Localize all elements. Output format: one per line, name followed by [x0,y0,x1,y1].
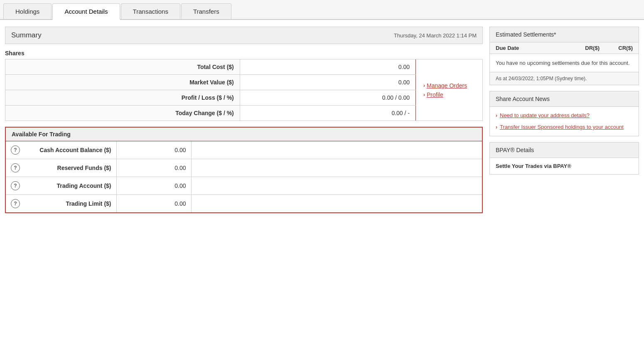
left-panel: Summary Thursday, 24 March 2022 1:14 PM … [5,27,483,213]
question-icon[interactable]: ? [11,163,20,172]
trading-row-label-3: Trading Limit ($) [25,195,116,213]
chevron-right-icon: › [423,92,425,98]
col-cr: CR($) [600,45,633,51]
trading-table: ? Cash Account Balance ($) 0.00 ? Reserv… [6,141,482,212]
question-icon[interactable]: ? [11,145,20,155]
shares-row-label-2: Profit / Loss ($ / %) [5,90,240,106]
table-row: Today Change ($ / %) 0.00 / - [5,106,416,121]
right-panel: Estimated Settlements* Due Date DR($) CR… [489,27,639,213]
trading-row-label-1: Reserved Funds ($) [25,159,116,177]
shares-table: Total Cost ($) 0.00 Market Value ($) 0.0… [5,59,416,121]
summary-date: Thursday, 24 March 2022 1:14 PM [394,32,477,39]
main-content: Summary Thursday, 24 March 2022 1:14 PM … [0,20,644,220]
help-icon-3[interactable]: ? [6,195,25,213]
trading-row-label-0: Cash Account Balance ($) [25,141,116,159]
table-row: Profit / Loss ($ / %) 0.00 / 0.00 [5,90,416,106]
col-dr: DR($) [566,45,600,51]
table-row: Total Cost ($) 0.00 [5,59,416,75]
tab-bar: Holdings Account Details Transactions Tr… [0,0,644,20]
summary-title: Summary [11,31,42,39]
settlements-columns: Due Date DR($) CR($) [490,42,639,54]
shares-row-value-1: 0.00 [240,75,415,90]
manage-orders-label: Manage Orders [427,82,467,89]
trading-row-extra-3 [191,195,482,213]
profile-link[interactable]: › Profile [423,91,475,98]
trading-row-value-3: 0.00 [116,195,191,213]
chevron-right-icon: › [496,113,497,118]
shares-row-label-1: Market Value ($) [5,75,240,90]
table-row: ? Trading Limit ($) 0.00 [6,195,482,213]
manage-orders-link[interactable]: › Manage Orders [423,82,475,89]
news-item-0: › Need to update your address details? [496,112,633,119]
shares-row-value-2: 0.00 / 0.00 [240,90,415,106]
summary-header: Summary Thursday, 24 March 2022 1:14 PM [5,27,483,44]
shares-row-label-0: Total Cost ($) [5,59,240,75]
news-link-0[interactable]: Need to update your address details? [500,112,590,119]
chevron-right-icon: › [496,124,497,130]
settlements-header: Estimated Settlements* [490,27,639,42]
trading-header: Available For Trading [6,128,482,141]
news-box: Share Account News › Need to update your… [489,91,639,136]
tab-holdings[interactable]: Holdings [3,3,52,19]
tab-transactions[interactable]: Transactions [121,3,180,19]
shares-wrapper: Total Cost ($) 0.00 Market Value ($) 0.0… [5,59,483,121]
help-icon-0[interactable]: ? [6,141,25,159]
bpay-body: Settle Your Trades via BPAY® [490,158,639,174]
settlements-footer: As at 24/03/2022, 1:05PM (Sydney time). [490,72,639,85]
bpay-header: BPAY® Details [490,143,639,158]
settlements-box: Estimated Settlements* Due Date DR($) CR… [489,27,639,85]
trading-row-value-0: 0.00 [116,141,191,159]
tab-transfers[interactable]: Transfers [181,3,231,19]
table-row: ? Cash Account Balance ($) 0.00 [6,141,482,159]
bpay-box: BPAY® Details Settle Your Trades via BPA… [489,142,639,175]
question-icon[interactable]: ? [11,181,20,190]
trading-row-extra-2 [191,177,482,195]
table-row: ? Reserved Funds ($) 0.00 [6,159,482,177]
chevron-right-icon: › [423,83,425,89]
news-item-1: › Transfer Issuer Sponsored holdings to … [496,123,633,131]
table-row: ? Trading Account ($) 0.00 [6,177,482,195]
col-due-date: Due Date [496,45,566,51]
news-body: › Need to update your address details? ›… [490,107,639,136]
help-icon-2[interactable]: ? [6,177,25,195]
trading-section: Available For Trading ? Cash Account Bal… [5,127,483,213]
trading-row-extra-1 [191,159,482,177]
shares-row-value-0: 0.00 [240,59,415,75]
shares-row-value-3: 0.00 / - [240,106,415,121]
tab-account-details[interactable]: Account Details [52,3,120,20]
news-link-1[interactable]: Transfer Issuer Sponsored holdings to yo… [500,123,624,131]
settlements-empty-message: You have no upcoming settlements due for… [490,54,639,72]
table-row: Market Value ($) 0.00 [5,75,416,90]
shares-row-label-3: Today Change ($ / %) [5,106,240,121]
news-header: Share Account News [490,91,639,107]
help-icon-1[interactable]: ? [6,159,25,177]
trading-row-label-2: Trading Account ($) [25,177,116,195]
question-icon[interactable]: ? [11,199,20,208]
shares-links-panel: › Manage Orders › Profile [416,59,482,121]
profile-label: Profile [427,91,443,98]
trading-row-extra-0 [191,141,482,159]
shares-label: Shares [5,50,483,57]
trading-row-value-2: 0.00 [116,177,191,195]
trading-row-value-1: 0.00 [116,159,191,177]
